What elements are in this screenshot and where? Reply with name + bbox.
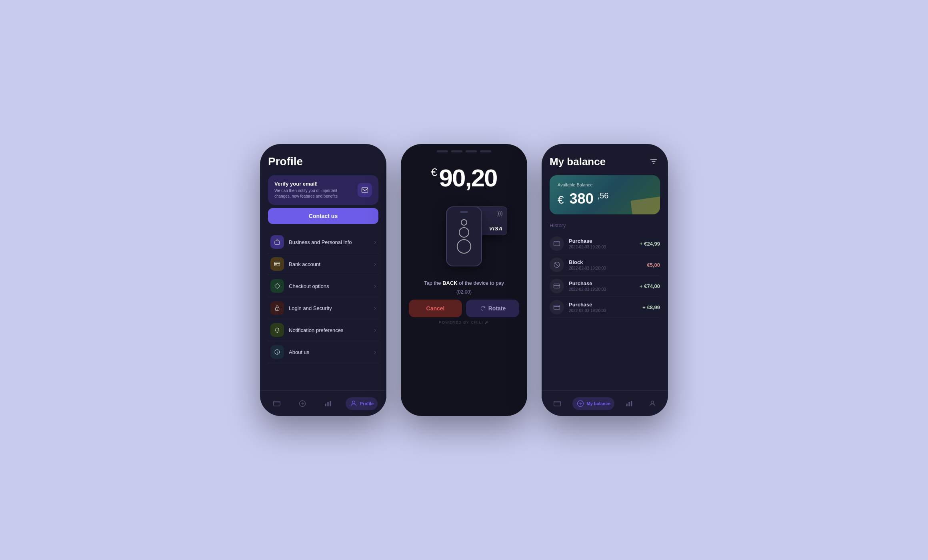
transaction-name-1: Block bbox=[569, 259, 642, 265]
menu-item-checkout[interactable]: Checkout options › bbox=[268, 275, 378, 297]
svg-rect-22 bbox=[554, 305, 560, 310]
svg-rect-2 bbox=[274, 262, 280, 266]
nav-transfer[interactable] bbox=[294, 397, 310, 410]
transaction-name-0: Purchase bbox=[569, 238, 635, 244]
screens-container: Profile Verify your email! We can then n… bbox=[260, 144, 668, 416]
transaction-3: Purchase 2022-02-03 19:20:03 + €8,99 bbox=[550, 297, 660, 318]
block-icon-1 bbox=[550, 258, 564, 272]
profile-content: Profile Verify your email! We can then n… bbox=[260, 144, 386, 390]
menu-item-about[interactable]: About us › bbox=[268, 341, 378, 363]
available-balance-label: Available Balance bbox=[558, 182, 652, 187]
card-illustration: ))) VISA bbox=[409, 198, 519, 274]
rotate-icon bbox=[480, 305, 486, 312]
balance-cents: ,56 bbox=[598, 191, 609, 200]
svg-rect-28 bbox=[631, 401, 632, 406]
page-title: Profile bbox=[268, 155, 378, 168]
phone-payment: € 90,20 ))) VISA bbox=[401, 144, 527, 416]
svg-rect-23 bbox=[554, 401, 560, 406]
svg-rect-26 bbox=[626, 404, 628, 406]
email-icon bbox=[358, 183, 372, 197]
svg-point-17 bbox=[352, 401, 355, 404]
svg-rect-21 bbox=[554, 284, 560, 288]
menu-item-business[interactable]: Business and Personal info › bbox=[268, 231, 378, 253]
notch-pill-1 bbox=[437, 150, 448, 152]
history-section: History Purchase 2022-02-03 19:20:03 + €… bbox=[550, 222, 660, 318]
svg-rect-18 bbox=[554, 242, 560, 246]
verify-desc: We can then notify you of important chan… bbox=[274, 188, 353, 199]
verify-email-card: Verify your email! We can then notify yo… bbox=[268, 175, 378, 205]
instruction-end: of the device to pay bbox=[459, 280, 504, 286]
svg-rect-15 bbox=[327, 402, 328, 406]
payment-timer: (02:00) bbox=[401, 289, 527, 295]
balance-euro-symbol: € bbox=[558, 194, 564, 206]
transaction-amount-0: + €24,99 bbox=[640, 241, 660, 247]
chevron-right-icon: › bbox=[374, 305, 376, 311]
nav-profile-right[interactable] bbox=[644, 397, 660, 410]
payment-actions: Cancel Rotate bbox=[401, 295, 527, 320]
powered-by-text: POWERED BY CHILI 🌶 bbox=[401, 320, 527, 328]
nfc-wave-3 bbox=[457, 239, 471, 254]
transaction-0: Purchase 2022-02-03 19:20:03 + €24,99 bbox=[550, 233, 660, 254]
menu-item-login[interactable]: Login and Security › bbox=[268, 297, 378, 319]
transaction-name-2: Purchase bbox=[569, 280, 635, 286]
chevron-right-icon: › bbox=[374, 239, 376, 245]
balance-header: My balance bbox=[550, 155, 660, 168]
nfc-wave-1 bbox=[461, 219, 467, 226]
svg-rect-11 bbox=[274, 401, 280, 406]
balance-main: 380 bbox=[570, 190, 594, 207]
svg-rect-0 bbox=[362, 188, 368, 192]
menu-label-business: Business and Personal info bbox=[289, 239, 374, 245]
menu-label-notifications: Notification preferences bbox=[289, 327, 374, 333]
euro-symbol: € bbox=[431, 166, 437, 178]
transaction-date-3: 2022-02-03 19:20:03 bbox=[569, 308, 638, 313]
purchase-icon-0 bbox=[550, 236, 564, 251]
phone-profile: Profile Verify your email! We can then n… bbox=[260, 144, 386, 416]
nav-analytics[interactable] bbox=[320, 397, 336, 410]
transaction-amount-1: €5,00 bbox=[647, 262, 660, 268]
device-phone-illus bbox=[446, 206, 482, 266]
nfc-waves bbox=[457, 219, 471, 254]
payment-amount-display: € 90,20 bbox=[401, 156, 527, 198]
nav-wallet[interactable] bbox=[269, 397, 285, 410]
nav-profile-active[interactable]: Profile bbox=[346, 397, 378, 410]
contact-us-button[interactable]: Contact us bbox=[268, 208, 378, 224]
transaction-2: Purchase 2022-02-03 19:20:03 + €74,00 bbox=[550, 276, 660, 297]
balance-amount-display: € 380 ,56 bbox=[558, 190, 652, 207]
transaction-name-3: Purchase bbox=[569, 302, 638, 308]
visa-logo: VISA bbox=[489, 226, 503, 232]
transaction-date-0: 2022-02-03 19:20:03 bbox=[569, 245, 635, 249]
transaction-date-2: 2022-02-03 19:20:03 bbox=[569, 287, 635, 292]
bottom-nav-balance: My balance bbox=[542, 390, 668, 416]
notch-pill-2 bbox=[451, 150, 462, 152]
nav-profile-label: Profile bbox=[360, 401, 374, 406]
chevron-right-icon: › bbox=[374, 261, 376, 267]
transaction-amount-3: + €8,99 bbox=[642, 304, 660, 310]
balance-page-title: My balance bbox=[550, 156, 606, 168]
svg-rect-14 bbox=[325, 404, 326, 406]
menu-item-bank[interactable]: Bank account › bbox=[268, 253, 378, 275]
tap-instruction: Tap the BACK of the device to pay bbox=[401, 274, 527, 289]
briefcase-icon bbox=[270, 235, 284, 249]
purchase-icon-3 bbox=[550, 300, 564, 314]
verify-text-block: Verify your email! We can then notify yo… bbox=[274, 181, 353, 199]
lock-icon bbox=[270, 301, 284, 315]
svg-rect-4 bbox=[275, 264, 276, 265]
menu-label-about: About us bbox=[289, 349, 374, 355]
svg-line-20 bbox=[555, 263, 559, 267]
menu-item-notifications[interactable]: Notification preferences › bbox=[268, 319, 378, 341]
svg-point-29 bbox=[651, 401, 654, 404]
menu-label-checkout: Checkout options bbox=[289, 283, 374, 289]
bottom-nav-profile: Profile bbox=[260, 390, 386, 416]
menu-label-bank: Bank account bbox=[289, 261, 374, 267]
nav-wallet-right[interactable] bbox=[549, 397, 565, 410]
instruction-bold: BACK bbox=[442, 280, 458, 286]
nav-balance-active[interactable]: My balance bbox=[572, 397, 614, 410]
cancel-button[interactable]: Cancel bbox=[409, 300, 462, 317]
balance-content: My balance Available Balance € 380 ,56 H… bbox=[542, 144, 668, 390]
nav-analytics-right[interactable] bbox=[621, 397, 637, 410]
chevron-right-icon: › bbox=[374, 349, 376, 355]
filter-icon[interactable] bbox=[647, 155, 660, 168]
svg-point-5 bbox=[276, 284, 276, 285]
rotate-button[interactable]: Rotate bbox=[466, 300, 519, 317]
verify-heading: Verify your email! bbox=[274, 181, 353, 187]
